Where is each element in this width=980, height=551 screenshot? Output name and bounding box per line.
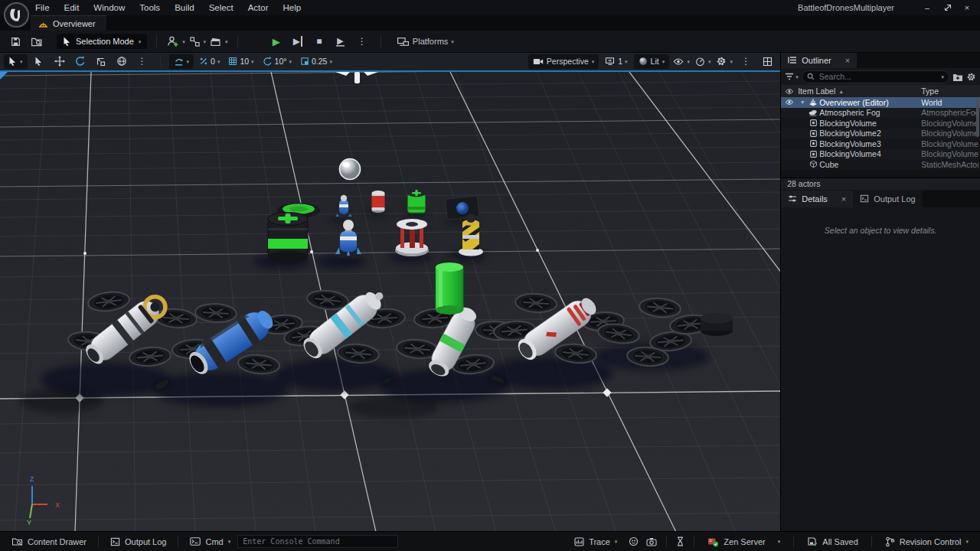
grid-snap-control[interactable]: 10 ▾ — [225, 57, 256, 66]
rotate-tool-button[interactable] — [71, 53, 90, 70]
arrow-cursor-icon — [34, 57, 43, 66]
platforms-icon — [397, 36, 410, 47]
visibility-eye-icon[interactable] — [781, 99, 798, 106]
menu-select[interactable]: Select — [209, 3, 234, 12]
outliner-search[interactable]: ▾ — [802, 70, 949, 83]
filter-icon — [785, 73, 794, 80]
maximize-viewport-button[interactable] — [758, 53, 776, 70]
outliner-scrollbar[interactable] — [976, 99, 979, 137]
all-saved-button[interactable]: All Saved — [800, 532, 864, 551]
pickup-canister-red[interactable] — [372, 191, 385, 213]
details-tab-bar: Details × Output Log — [781, 191, 980, 207]
outliner-row-atmospheric-fog[interactable]: Atmospheric Fog AtmosphericFog — [781, 108, 980, 119]
row-label: BlockingVolume3 — [819, 139, 881, 148]
chevron-down-icon: ▾ — [451, 39, 454, 44]
outliner-row-cube[interactable]: Cube StaticMeshActor — [781, 159, 980, 170]
rotation-snap-control[interactable]: 10° ▾ — [260, 57, 295, 67]
search-input[interactable] — [818, 71, 939, 82]
visibility-column-header[interactable] — [781, 88, 798, 95]
menu-actor[interactable]: Actor — [248, 3, 269, 12]
tab-outliner[interactable]: Outliner × — [781, 52, 857, 68]
tab-output-log[interactable]: Output Log — [853, 191, 922, 207]
close-icon[interactable]: × — [845, 56, 850, 65]
selection-mode-dropdown[interactable]: Selection Mode ▾ — [57, 34, 147, 49]
scale-snap-control[interactable]: 0.25 ▾ — [297, 57, 335, 66]
menu-window[interactable]: Window — [93, 3, 125, 12]
outliner-row-blockingvolume[interactable]: BlockingVolume BlockingVolume — [781, 118, 980, 129]
cmd-dropdown[interactable]: Cmd ▾ — [183, 532, 237, 551]
menu-tools[interactable]: Tools — [139, 3, 160, 12]
gear-icon — [716, 56, 727, 67]
select-tool-dropdown[interactable]: ▾ — [4, 54, 28, 69]
viewport-settings-dropdown[interactable]: ▾ — [715, 53, 733, 70]
outliner-row-blockingvolume2[interactable]: BlockingVolume2 BlockingVolume — [781, 129, 980, 139]
perspective-dropdown[interactable]: Perspective ▾ — [528, 54, 599, 69]
unreal-engine-logo-icon[interactable] — [3, 2, 30, 28]
output-log-button[interactable]: Output Log — [103, 532, 173, 551]
select-tool-button[interactable] — [30, 53, 48, 70]
content-drawer-button[interactable]: Content Drawer — [5, 532, 93, 551]
quick-add-button[interactable]: ▾ — [166, 33, 185, 50]
restore-button[interactable] — [937, 0, 957, 15]
outliner-row-blockingvolume3[interactable]: BlockingVolume3 BlockingVolume — [781, 139, 980, 149]
browse-folder-icon — [31, 36, 43, 47]
rotation-snap-value: 10° — [275, 57, 287, 66]
close-button[interactable]: × — [957, 0, 977, 15]
blueprints-button[interactable]: ▾ — [188, 33, 207, 50]
transform-options-kebab[interactable]: ⋮ — [133, 53, 152, 70]
insights-button[interactable] — [626, 532, 642, 551]
console-command-input[interactable] — [237, 535, 398, 548]
tab-overviewer[interactable]: Overviewer — [31, 15, 106, 31]
revision-control-dropdown[interactable]: Revision Control ▾ — [878, 532, 975, 551]
pickup-sphere[interactable] — [340, 159, 361, 180]
pickup-battery-green[interactable] — [408, 190, 426, 213]
zen-server-icon — [707, 536, 719, 547]
pickup-barrel-green[interactable] — [268, 213, 308, 264]
cursor-icon — [63, 37, 71, 46]
surface-snapping-dropdown[interactable]: ▾ — [169, 54, 194, 69]
filter-dropdown[interactable]: ▾ — [785, 73, 799, 80]
row-label: BlockingVolume — [819, 119, 877, 128]
camera-speed-control[interactable]: 1 ▾ — [602, 57, 630, 66]
menu-help[interactable]: Help — [283, 3, 302, 12]
viewport-scene[interactable] — [0, 72, 780, 532]
menu-edit[interactable]: Edit — [64, 3, 80, 12]
view-mode-options-dropdown[interactable]: ▾ — [694, 53, 712, 70]
outliner-settings-button[interactable] — [966, 71, 976, 82]
create-folder-button[interactable] — [952, 71, 963, 81]
stop-button[interactable]: ■ — [310, 33, 328, 50]
menu-build[interactable]: Build — [175, 3, 194, 12]
screenshot-button[interactable] — [643, 532, 660, 551]
lit-mode-dropdown[interactable]: Lit ▾ — [634, 54, 670, 69]
show-flags-dropdown[interactable]: ▾ — [672, 53, 691, 70]
close-icon[interactable]: × — [841, 194, 846, 204]
statusbar-separator — [666, 536, 667, 547]
trace-dropdown[interactable]: Trace ▾ — [567, 532, 624, 551]
frame-skip-button[interactable]: ▶ — [289, 33, 307, 50]
save-button[interactable] — [6, 33, 24, 50]
viewport-options-kebab[interactable]: ⋮ — [737, 53, 755, 70]
cinematics-button[interactable]: ▾ — [210, 33, 228, 50]
item-label-column-header[interactable]: Item Label ▲ — [798, 86, 844, 96]
scale-tool-button[interactable] — [92, 53, 110, 70]
play-button[interactable]: ▶ — [267, 33, 286, 50]
expand-caret-icon[interactable]: ▼ — [798, 99, 807, 105]
minimize-button[interactable]: – — [917, 0, 937, 15]
viewport[interactable]: Z X Y — [0, 70, 780, 532]
chevron-down-icon: ▾ — [182, 39, 185, 44]
chevron-down-icon: ▾ — [965, 539, 969, 544]
platforms-dropdown[interactable]: Platforms ▾ — [397, 33, 454, 50]
play-options-kebab[interactable]: ⋮ — [353, 33, 371, 50]
menu-file[interactable]: File — [35, 3, 50, 12]
actor-snap-control[interactable]: 0 ▾ — [196, 57, 223, 66]
outliner-row-overviewer[interactable]: ▼ Overviewer (Editor) World — [781, 97, 980, 108]
move-tool-button[interactable] — [51, 53, 69, 70]
content-browser-button[interactable] — [28, 33, 46, 50]
tab-details[interactable]: Details × — [781, 191, 853, 207]
type-column-header[interactable]: Type — [921, 86, 939, 96]
coordinate-system-button[interactable] — [113, 53, 131, 70]
launch-button[interactable] — [332, 33, 350, 50]
zen-server-dropdown[interactable]: Zen Server ▾ — [701, 532, 787, 551]
background-tasks-button[interactable] — [673, 532, 688, 551]
outliner-row-blockingvolume4[interactable]: BlockingVolume4 BlockingVolume — [781, 149, 980, 160]
